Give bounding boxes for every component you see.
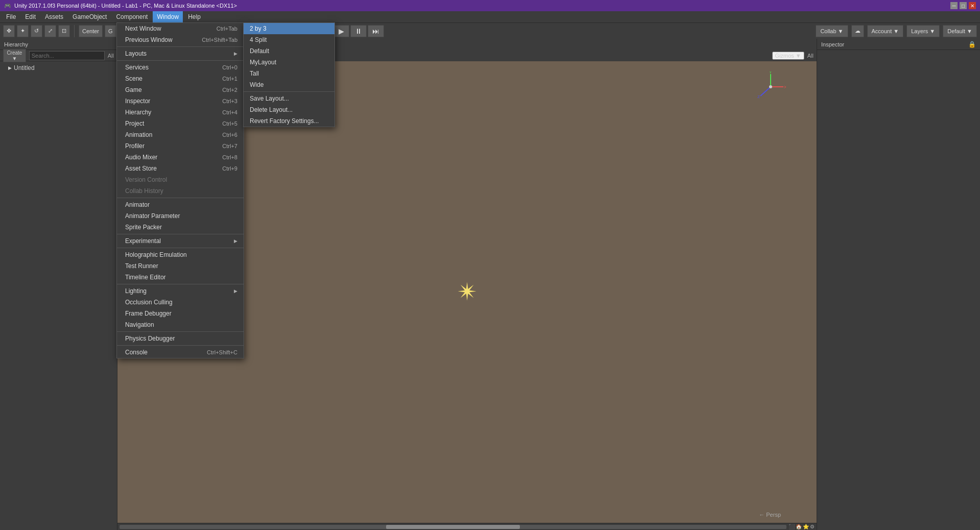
play-button[interactable]: ▶ — [333, 25, 349, 37]
transform-scale-button[interactable]: ⤢ — [44, 25, 56, 37]
transform-hand-button[interactable]: ✥ — [3, 25, 15, 37]
menu-next-window[interactable]: Next Window Ctrl+Tab — [117, 23, 244, 34]
title-bar-controls[interactable]: ─ □ ✕ — [950, 2, 976, 9]
collab-button[interactable]: Collab ▼ — [816, 25, 848, 37]
cloud-button[interactable]: ☁ — [851, 25, 864, 37]
menu-layouts[interactable]: Layouts — [117, 48, 244, 59]
menu-bar: File Edit Assets GameObject Component Wi… — [0, 11, 980, 22]
center-label: Center — [82, 28, 99, 34]
menu-holographic-emulation[interactable]: Holographic Emulation — [117, 249, 244, 260]
menu-component[interactable]: Component — [112, 11, 152, 22]
menu-hierarchy[interactable]: Hierarchy Ctrl+4 — [117, 107, 244, 118]
account-button[interactable]: Account ▼ — [867, 25, 904, 37]
hierarchy-create-button[interactable]: Create ▼ — [3, 49, 26, 62]
hierarchy-panel: Hierarchy Create ▼ All ▶ Untitled — [0, 39, 117, 530]
menu-sprite-packer[interactable]: Sprite Packer — [117, 222, 244, 233]
menu-sep-4 — [117, 234, 244, 234]
window-menu[interactable]: Next Window Ctrl+Tab Previous Window Ctr… — [116, 22, 244, 358]
layout-sep-1 — [244, 91, 334, 92]
scene-all-label[interactable]: All — [807, 53, 814, 59]
sun-icon: ✴ — [457, 280, 477, 304]
hierarchy-untitled-item[interactable]: ▶ Untitled — [0, 63, 117, 73]
menu-window[interactable]: Window — [153, 11, 183, 22]
close-button[interactable]: ✕ — [969, 2, 976, 9]
pause-button[interactable]: ⏸ — [350, 25, 367, 37]
menu-experimental[interactable]: Experimental — [117, 235, 244, 247]
toolbar-right: Collab ▼ ☁ Account ▼ Layers ▼ Default ▼ — [816, 25, 977, 37]
menu-sep-8 — [117, 345, 244, 346]
transform-move-button[interactable]: ✦ — [17, 25, 29, 37]
menu-sep-6 — [117, 284, 244, 284]
menu-sep-2 — [117, 60, 244, 61]
title-bar: 🎮 Unity 2017.1.0f3 Personal (64bit) - Un… — [0, 0, 980, 11]
layouts-submenu[interactable]: 2 by 3 4 Split Default MyLayout Tall Wid… — [243, 22, 335, 127]
scene-scrollbar-thumb[interactable] — [386, 525, 519, 529]
layout-default[interactable]: Default — [244, 45, 334, 57]
menu-test-runner[interactable]: Test Runner — [117, 260, 244, 272]
layout-tall[interactable]: Tall — [244, 68, 334, 79]
menu-project[interactable]: Project Ctrl+5 — [117, 118, 244, 129]
menu-audio-mixer[interactable]: Audio Mixer Ctrl+8 — [117, 152, 244, 163]
menu-services[interactable]: Services Ctrl+0 — [117, 62, 244, 73]
play-controls: ▶ ⏸ ⏭ — [333, 25, 384, 37]
menu-animator-param[interactable]: Animator Parameter — [117, 210, 244, 222]
menu-timeline-editor[interactable]: Timeline Editor — [117, 272, 244, 283]
toolbar-separator-1 — [74, 25, 75, 37]
layout-button[interactable]: Default ▼ — [943, 25, 977, 37]
layers-button[interactable]: Layers ▼ — [906, 25, 940, 37]
menu-sep-7 — [117, 331, 244, 332]
menu-navigation[interactable]: Navigation — [117, 319, 244, 330]
scene-icon-3[interactable]: ⭐ — [803, 524, 809, 529]
step-button[interactable]: ⏭ — [368, 25, 384, 37]
menu-gameobject[interactable]: GameObject — [68, 11, 111, 22]
layout-mylayout[interactable]: MyLayout — [244, 57, 334, 68]
gizmos-button[interactable]: Gizmos ▼ — [772, 52, 804, 60]
scene-icon-4[interactable]: ⚙ — [810, 524, 815, 529]
transform-rotate-button[interactable]: ↺ — [31, 25, 42, 37]
layout-4split[interactable]: 4 Split — [244, 34, 334, 45]
scene-icon-1[interactable]: ⬛ — [788, 524, 795, 529]
menu-assets[interactable]: Assets — [41, 11, 67, 22]
inspector-title: Inspector — [821, 41, 844, 47]
scene-icon-2[interactable]: 🏠 — [796, 524, 802, 529]
menu-help[interactable]: Help — [184, 11, 205, 22]
menu-edit[interactable]: Edit — [21, 11, 40, 22]
layout-2by3[interactable]: 2 by 3 — [244, 23, 334, 34]
menu-profiler[interactable]: Profiler Ctrl+7 — [117, 140, 244, 152]
layout-delete[interactable]: Delete Layout... — [244, 104, 334, 115]
menu-inspector[interactable]: Inspector Ctrl+3 — [117, 95, 244, 107]
menu-physics-debugger[interactable]: Physics Debugger — [117, 333, 244, 344]
hierarchy-search-input[interactable] — [29, 51, 105, 60]
persp-label: ← Persp — [759, 512, 781, 518]
menu-file[interactable]: File — [2, 11, 20, 22]
layout-revert[interactable]: Revert Factory Settings... — [244, 115, 334, 127]
menu-sep-1 — [117, 46, 244, 47]
layout-wide[interactable]: Wide — [244, 79, 334, 90]
inspector-header: Inspector 🔒 — [817, 39, 980, 50]
menu-scene[interactable]: Scene Ctrl+1 — [117, 73, 244, 84]
transform-rect-button[interactable]: ⊡ — [58, 25, 70, 37]
menu-sep-3 — [117, 198, 244, 198]
menu-sep-5 — [117, 248, 244, 248]
menu-frame-debugger[interactable]: Frame Debugger — [117, 308, 244, 319]
maximize-button[interactable]: □ — [960, 2, 967, 9]
menu-previous-window[interactable]: Previous Window Ctrl+Shift+Tab — [117, 34, 244, 45]
center-button[interactable]: Center — [79, 25, 103, 37]
menu-console[interactable]: Console Ctrl+Shift+C — [117, 347, 244, 358]
menu-animator[interactable]: Animator — [117, 199, 244, 210]
layout-save[interactable]: Save Layout... — [244, 93, 334, 104]
menu-asset-store[interactable]: Asset Store Ctrl+9 — [117, 163, 244, 174]
global-button[interactable]: G — [105, 25, 116, 37]
inspector-icons: 🔒 — [968, 41, 976, 48]
minimize-button[interactable]: ─ — [950, 2, 958, 9]
svg-line-4 — [760, 87, 771, 96]
menu-game[interactable]: Game Ctrl+2 — [117, 84, 244, 95]
menu-lighting[interactable]: Lighting — [117, 285, 244, 297]
menu-occlusion-culling[interactable]: Occlusion Culling — [117, 297, 244, 308]
inspector-lock-icon[interactable]: 🔒 — [968, 41, 976, 48]
scene-scrollbar[interactable]: ⬛ 🏠 ⭐ ⚙ — [117, 523, 817, 530]
layers-label: Layers ▼ — [911, 28, 935, 34]
hierarchy-title: Hierarchy — [4, 41, 28, 47]
menu-animation[interactable]: Animation Ctrl+6 — [117, 129, 244, 140]
menu-collab-history: Collab History — [117, 185, 244, 197]
